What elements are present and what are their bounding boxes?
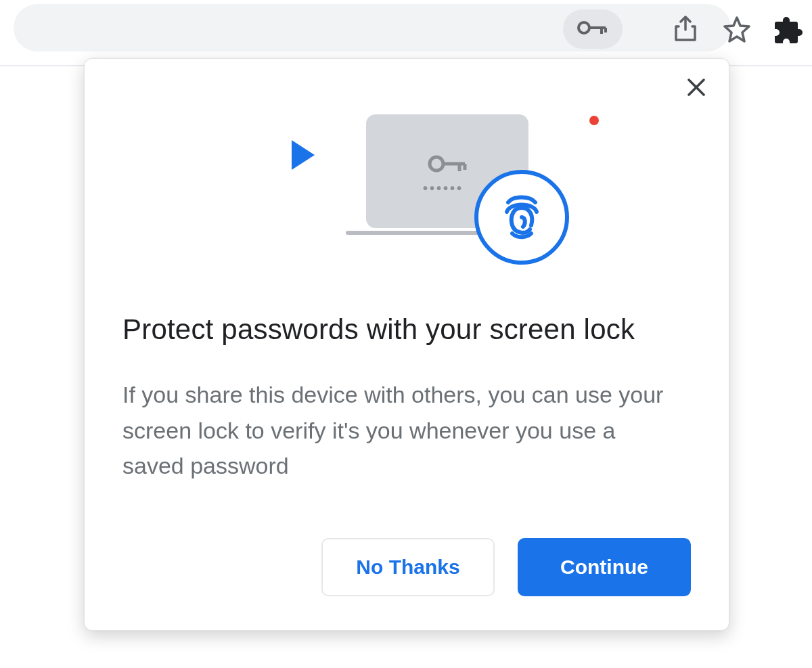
prompt-title: Protect passwords with your screen lock xyxy=(122,313,691,346)
play-icon xyxy=(292,140,315,170)
screen-lock-prompt: •••••• Protect passwords with your scree… xyxy=(84,58,729,631)
fingerprint-badge xyxy=(474,170,569,265)
bookmark-button[interactable] xyxy=(721,14,752,45)
continue-button[interactable]: Continue xyxy=(518,538,691,596)
hero-illustration: •••••• xyxy=(122,108,691,270)
key-icon xyxy=(576,18,610,41)
saved-password-chip[interactable] xyxy=(563,9,623,49)
prompt-body: If you share this device with others, yo… xyxy=(122,377,677,484)
red-dot-icon xyxy=(589,116,599,125)
key-icon xyxy=(427,152,469,178)
close-button[interactable] xyxy=(683,75,710,102)
button-row: No Thanks Continue xyxy=(321,538,691,596)
password-dots: •••••• xyxy=(423,181,464,196)
no-thanks-button[interactable]: No Thanks xyxy=(321,538,495,596)
share-icon xyxy=(673,16,698,43)
address-bar[interactable] xyxy=(14,4,731,51)
puzzle-icon xyxy=(774,15,803,43)
browser-toolbar xyxy=(0,0,812,58)
close-icon xyxy=(687,78,706,99)
share-button[interactable] xyxy=(670,14,701,45)
svg-point-0 xyxy=(579,22,589,33)
svg-point-6 xyxy=(430,157,443,171)
extensions-button[interactable] xyxy=(773,14,804,45)
star-icon xyxy=(723,16,750,43)
fingerprint-icon xyxy=(493,187,550,247)
